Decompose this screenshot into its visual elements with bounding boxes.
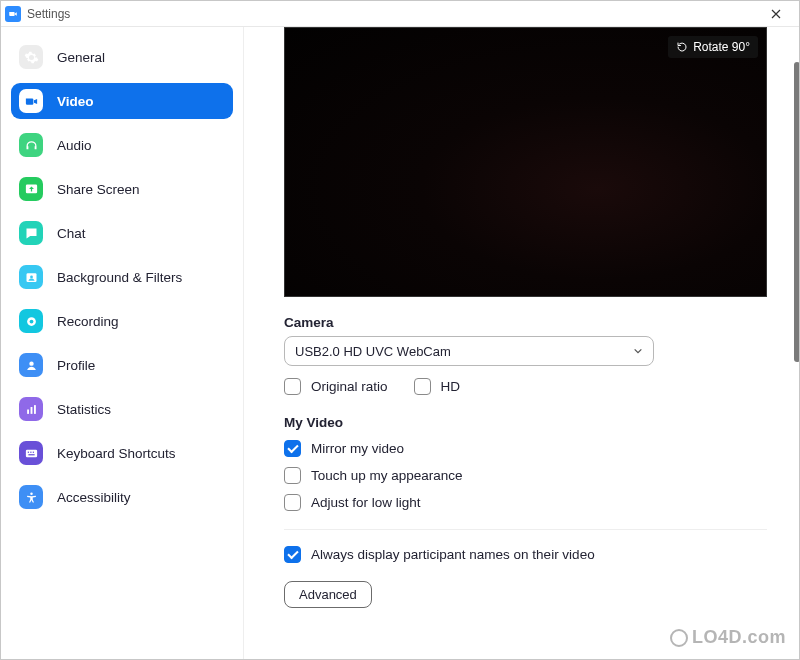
camera-header: Camera	[284, 315, 779, 330]
chat-icon	[19, 221, 43, 245]
content-panel: Rotate 90° Camera USB2.0 HD UVC WebCam O…	[244, 27, 799, 659]
checkbox-label: Original ratio	[311, 379, 388, 394]
settings-window: Settings General Video	[0, 0, 800, 660]
globe-icon	[670, 629, 688, 647]
hd-checkbox[interactable]: HD	[414, 378, 461, 395]
checkbox-label: Mirror my video	[311, 441, 404, 456]
checkbox-label: Touch up my appearance	[311, 468, 463, 483]
svg-rect-10	[27, 451, 28, 452]
svg-point-14	[30, 492, 33, 495]
sidebar-item-profile[interactable]: Profile	[11, 347, 233, 383]
watermark: LO4D.com	[670, 627, 786, 648]
video-icon	[19, 89, 43, 113]
svg-point-2	[30, 275, 33, 278]
sidebar-item-label: Keyboard Shortcuts	[57, 446, 176, 461]
rotate-90-button[interactable]: Rotate 90°	[668, 36, 758, 58]
checkbox-box	[284, 378, 301, 395]
original-ratio-checkbox[interactable]: Original ratio	[284, 378, 388, 395]
rotate-label: Rotate 90°	[693, 40, 750, 54]
camera-select-value: USB2.0 HD UVC WebCam	[295, 344, 451, 359]
sidebar-item-label: Video	[57, 94, 94, 109]
sidebar: General Video Audio Share Screen	[1, 27, 244, 659]
window-title: Settings	[27, 7, 70, 21]
svg-rect-11	[30, 451, 31, 452]
checkbox-box	[284, 494, 301, 511]
headphones-icon	[19, 133, 43, 157]
svg-point-5	[29, 361, 33, 365]
svg-rect-9	[25, 449, 36, 457]
sidebar-item-label: General	[57, 50, 105, 65]
sidebar-item-statistics[interactable]: Statistics	[11, 391, 233, 427]
touch-up-appearance-checkbox[interactable]: Touch up my appearance	[284, 467, 779, 484]
checkbox-box	[284, 546, 301, 563]
camera-select[interactable]: USB2.0 HD UVC WebCam	[284, 336, 654, 366]
statistics-icon	[19, 397, 43, 421]
sidebar-item-share-screen[interactable]: Share Screen	[11, 171, 233, 207]
checkbox-box	[284, 467, 301, 484]
sidebar-item-recording[interactable]: Recording	[11, 303, 233, 339]
close-button[interactable]	[759, 2, 793, 26]
svg-rect-7	[30, 407, 32, 414]
share-screen-icon	[19, 177, 43, 201]
titlebar: Settings	[1, 1, 799, 27]
adjust-low-light-checkbox[interactable]: Adjust for low light	[284, 494, 779, 511]
sidebar-item-label: Profile	[57, 358, 95, 373]
sidebar-item-label: Share Screen	[57, 182, 140, 197]
sidebar-item-background-filters[interactable]: Background & Filters	[11, 259, 233, 295]
accessibility-icon	[19, 485, 43, 509]
checkbox-box	[414, 378, 431, 395]
sidebar-item-chat[interactable]: Chat	[11, 215, 233, 251]
video-preview: Rotate 90°	[284, 27, 767, 297]
checkbox-label: Always display participant names on thei…	[311, 547, 595, 562]
svg-rect-6	[27, 409, 29, 413]
recording-icon	[19, 309, 43, 333]
sidebar-item-label: Chat	[57, 226, 86, 241]
advanced-button[interactable]: Advanced	[284, 581, 372, 608]
checkbox-label: HD	[441, 379, 461, 394]
checkbox-label: Adjust for low light	[311, 495, 421, 510]
zoom-app-icon	[5, 6, 21, 22]
sidebar-item-label: Statistics	[57, 402, 111, 417]
chevron-down-icon	[633, 346, 643, 356]
svg-rect-12	[32, 451, 33, 452]
sidebar-item-general[interactable]: General	[11, 39, 233, 75]
svg-point-4	[29, 319, 33, 323]
background-filters-icon	[19, 265, 43, 289]
sidebar-item-video[interactable]: Video	[11, 83, 233, 119]
checkbox-box	[284, 440, 301, 457]
profile-icon	[19, 353, 43, 377]
scroll-thumb[interactable]	[794, 62, 799, 362]
rotate-icon	[676, 41, 688, 53]
gear-icon	[19, 45, 43, 69]
content-scrollbar[interactable]	[786, 27, 799, 659]
divider	[284, 529, 767, 530]
sidebar-item-label: Background & Filters	[57, 270, 182, 285]
sidebar-item-keyboard-shortcuts[interactable]: Keyboard Shortcuts	[11, 435, 233, 471]
sidebar-item-label: Accessibility	[57, 490, 131, 505]
always-display-names-checkbox[interactable]: Always display participant names on thei…	[284, 546, 779, 563]
mirror-my-video-checkbox[interactable]: Mirror my video	[284, 440, 779, 457]
sidebar-item-audio[interactable]: Audio	[11, 127, 233, 163]
my-video-header: My Video	[284, 415, 779, 430]
svg-rect-13	[28, 454, 34, 455]
sidebar-item-label: Recording	[57, 314, 119, 329]
keyboard-icon	[19, 441, 43, 465]
svg-rect-8	[34, 405, 36, 414]
sidebar-item-accessibility[interactable]: Accessibility	[11, 479, 233, 515]
sidebar-item-label: Audio	[57, 138, 92, 153]
